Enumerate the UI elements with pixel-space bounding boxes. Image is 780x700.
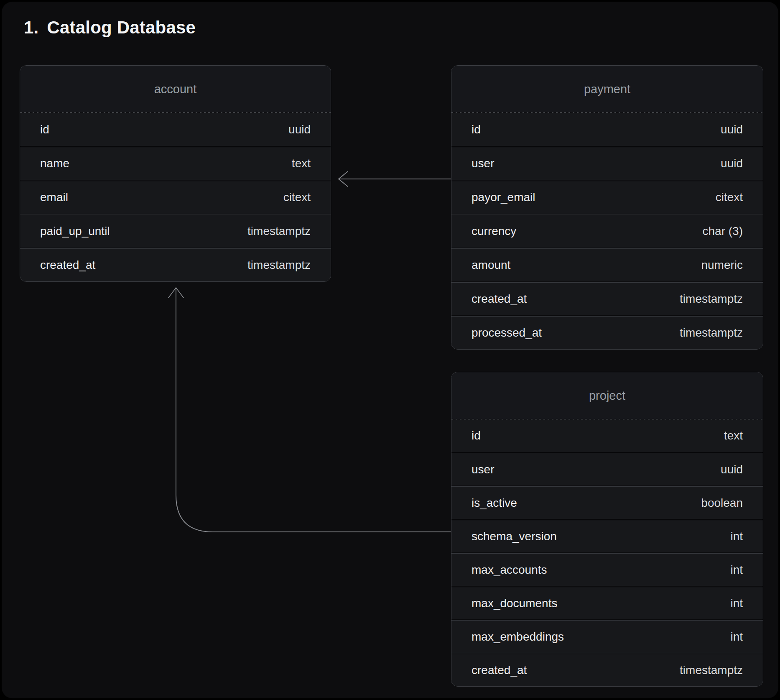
column-name: processed_at	[472, 326, 542, 340]
column-type: uuid	[721, 463, 743, 476]
column-row-payment-amount: amountnumeric	[451, 248, 763, 281]
column-row-payment-id: iduuid	[451, 113, 763, 146]
column-type: timestamptz	[247, 258, 311, 272]
column-row-payment-currency: currencychar (3)	[451, 215, 763, 248]
column-type: timestamptz	[680, 326, 743, 340]
table-title: project	[589, 389, 625, 403]
column-type: citext	[716, 191, 743, 204]
table-columns: iduuidnametextemailcitextpaid_up_untilti…	[20, 113, 331, 281]
column-type: citext	[283, 191, 311, 204]
column-name: id	[472, 429, 481, 442]
column-row-payment-created_at: created_attimestamptz	[451, 282, 763, 315]
column-name: max_documents	[472, 597, 557, 610]
table-node-project[interactable]: project idtextuseruuidis_activebooleansc…	[451, 372, 763, 687]
column-type: timestamptz	[247, 225, 311, 238]
column-name: max_embeddings	[472, 630, 564, 644]
column-row-project-max_embeddings: max_embeddingsint	[451, 620, 763, 653]
edge-project-to-account	[168, 288, 451, 532]
column-row-account-email: emailcitext	[20, 181, 331, 214]
column-name: is_active	[472, 496, 517, 510]
column-row-project-max_accounts: max_accountsint	[451, 553, 763, 586]
column-type: text	[724, 429, 743, 442]
page-title-text: Catalog Database	[47, 18, 196, 38]
column-row-project-user: useruuid	[451, 453, 763, 485]
column-row-project-max_documents: max_documentsint	[451, 587, 763, 619]
column-row-payment-processed_at: processed_attimestamptz	[451, 316, 763, 349]
column-name: user	[472, 463, 494, 476]
column-row-project-schema_version: schema_versionint	[451, 520, 763, 552]
table-columns: idtextuseruuidis_activebooleanschema_ver…	[451, 419, 763, 686]
column-name: payor_email	[472, 191, 535, 204]
page-title-number: 1.	[24, 18, 38, 38]
column-type: uuid	[288, 123, 311, 136]
column-type: int	[730, 530, 743, 543]
column-type: timestamptz	[680, 292, 743, 306]
table-title: payment	[584, 82, 630, 96]
column-type: int	[730, 597, 743, 610]
table-header: project	[451, 372, 763, 419]
column-row-account-created_at: created_attimestamptz	[20, 248, 331, 281]
column-name: currency	[472, 225, 516, 238]
column-type: boolean	[701, 496, 743, 510]
column-name: user	[472, 157, 494, 170]
column-type: char (3)	[703, 225, 743, 238]
column-type: numeric	[701, 258, 743, 272]
table-node-account[interactable]: account iduuidnametextemailcitextpaid_up…	[20, 65, 331, 282]
column-name: schema_version	[472, 530, 557, 543]
column-name: created_at	[472, 292, 527, 306]
column-type: text	[292, 157, 311, 170]
page-title: 1. Catalog Database	[24, 18, 196, 38]
column-row-account-name: nametext	[20, 147, 331, 180]
table-columns: iduuiduseruuidpayor_emailcitextcurrencyc…	[451, 113, 763, 349]
column-name: amount	[472, 258, 510, 272]
column-row-payment-user: useruuid	[451, 147, 763, 180]
column-type: int	[730, 630, 743, 644]
column-type: timestamptz	[680, 664, 743, 677]
column-type: uuid	[721, 123, 743, 136]
column-name: email	[40, 191, 68, 204]
column-name: max_accounts	[472, 563, 547, 577]
edge-payment-to-account	[339, 171, 451, 186]
column-name: created_at	[40, 258, 95, 272]
column-name: id	[40, 123, 49, 136]
column-row-payment-payor_email: payor_emailcitext	[451, 181, 763, 214]
table-title: account	[154, 82, 197, 96]
column-name: name	[40, 157, 69, 170]
table-header: account	[20, 66, 331, 112]
table-header: payment	[451, 66, 763, 112]
column-row-project-id: idtext	[451, 419, 763, 452]
column-row-project-is_active: is_activeboolean	[451, 486, 763, 519]
column-type: uuid	[721, 157, 743, 170]
column-row-account-paid_up_until: paid_up_untiltimestamptz	[20, 215, 331, 248]
column-row-account-id: iduuid	[20, 113, 331, 146]
column-type: int	[730, 563, 743, 577]
column-row-project-created_at: created_attimestamptz	[451, 654, 763, 686]
table-node-payment[interactable]: payment iduuiduseruuidpayor_emailcitextc…	[451, 65, 763, 350]
column-name: created_at	[472, 664, 527, 677]
column-name: id	[472, 123, 481, 136]
diagram-canvas: 1. Catalog Database account iduuidnamete…	[2, 2, 778, 698]
column-name: paid_up_until	[40, 225, 110, 238]
